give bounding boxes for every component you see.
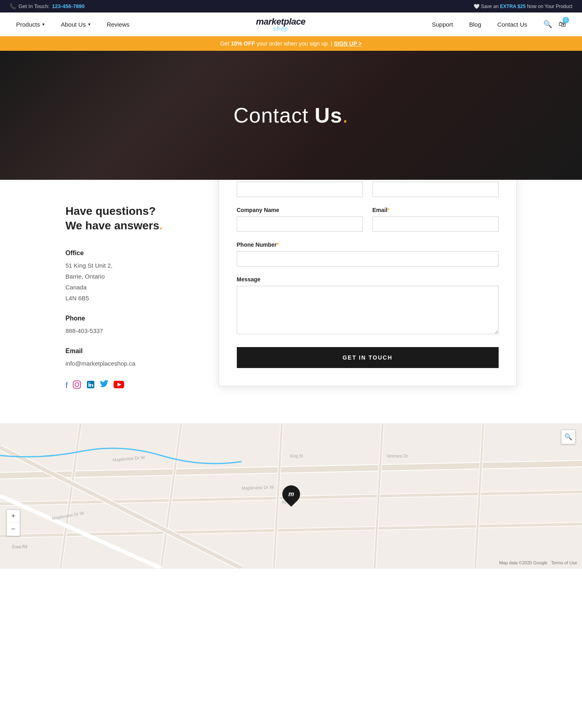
nav-products[interactable]: Products ▾ xyxy=(16,21,45,28)
headline-line2-strong: have answers xyxy=(85,219,159,232)
svg-text:Essa Rd: Essa Rd xyxy=(12,545,27,549)
nav-about[interactable]: About Us ▾ xyxy=(61,21,91,28)
headline-line2-pre: We xyxy=(66,219,85,232)
map-zoom-in-button[interactable]: + xyxy=(7,510,20,523)
map-zoom-controls: + − xyxy=(6,510,20,536)
signup-link[interactable]: SIGN UP > xyxy=(334,40,362,47)
youtube-icon[interactable] xyxy=(114,380,124,391)
contact-form: First Name* Last Name* Company Name xyxy=(219,156,517,386)
map-background: Mapleview Dr W Mapleview Dr W Mapleview … xyxy=(0,423,582,568)
hero-title-strong: Us xyxy=(315,104,342,127)
email-form-label: Email* xyxy=(373,207,499,213)
office-section: Office 51 King St Unit 2, Barrie, Ontari… xyxy=(66,250,195,304)
promo-extra: EXTRA $25 xyxy=(500,4,526,9)
about-chevron-icon: ▾ xyxy=(88,22,91,27)
nav-blog[interactable]: Blog xyxy=(469,21,481,28)
phone-label: Phone xyxy=(66,315,195,322)
email-group: Email* xyxy=(373,207,499,232)
top-bar-right: 🤍 Save an EXTRA $25 Now on Your Product xyxy=(474,4,572,9)
phone-icon: 📞 xyxy=(10,3,16,9)
form-row-message: Message xyxy=(237,276,499,334)
footer-divider xyxy=(0,568,582,569)
svg-point-2 xyxy=(79,382,79,383)
info-headline: Have questions? We have answers. xyxy=(66,204,195,233)
hero-title: Contact Us. xyxy=(234,103,349,127)
submit-button[interactable]: GET IN TOUCH xyxy=(237,347,499,368)
hero-title-dot: . xyxy=(342,104,348,127)
form-row-phone: Phone Number* xyxy=(237,241,499,266)
nav-reviews[interactable]: Reviews xyxy=(107,21,130,28)
company-name-label: Company Name xyxy=(237,207,363,213)
map-section: Mapleview Dr W Mapleview Dr W Mapleview … xyxy=(0,423,582,568)
phone-form-label: Phone Number* xyxy=(237,241,499,248)
cart-icon[interactable]: 🛍 0 xyxy=(559,20,566,29)
map-attribution: Map data ©2020 Google Terms of Use xyxy=(499,560,577,565)
svg-text:Veterans Dr: Veterans Dr xyxy=(387,454,408,458)
nav-icons: 🔍 🛍 0 xyxy=(543,20,566,29)
promo-bar: Get 10% OFF your order when you sign up.… xyxy=(0,36,582,51)
cart-count-badge: 0 xyxy=(563,17,569,23)
top-bar-left: 📞 Get In Touch: 123-456-7890 xyxy=(10,3,85,9)
message-group: Message xyxy=(237,276,499,334)
message-textarea[interactable] xyxy=(237,286,499,334)
promo-post: Now on Your Product xyxy=(527,4,572,9)
svg-rect-4 xyxy=(89,384,90,387)
promo-pre: Save an xyxy=(481,4,500,9)
promo-text-post: your order when you sign up. | xyxy=(257,40,334,47)
message-label: Message xyxy=(237,276,499,283)
promo-discount: 10% OFF xyxy=(231,40,255,47)
info-panel: Have questions? We have answers. Office … xyxy=(66,204,195,391)
headline-dot: . xyxy=(159,219,162,232)
map-search-icon: 🔍 xyxy=(564,433,572,441)
phone-input[interactable] xyxy=(237,251,499,266)
phone-section: Phone 888-403-5337 xyxy=(66,315,195,336)
map-data-text: Map data ©2020 Google xyxy=(499,560,547,565)
hero-section: Contact Us. xyxy=(0,51,582,180)
email-required: * xyxy=(387,207,389,213)
map-marker-letter: m xyxy=(288,491,294,498)
map-marker: m xyxy=(282,485,300,503)
twitter-icon[interactable] xyxy=(100,380,109,391)
social-icons: f xyxy=(66,380,195,391)
get-in-touch-label: Get In Touch: xyxy=(19,3,50,9)
site-logo[interactable]: marketplace shop xyxy=(256,17,305,32)
office-label: Office xyxy=(66,250,195,257)
promo-text-pre: Get xyxy=(220,40,231,47)
phone-number[interactable]: 888-403-5337 xyxy=(66,325,195,336)
phone-required: * xyxy=(277,241,279,248)
navbar: Products ▾ About Us ▾ Reviews marketplac… xyxy=(0,12,582,36)
products-chevron-icon: ▾ xyxy=(42,22,45,27)
email-section: Email info@marketplaceshop.ca xyxy=(66,347,195,369)
facebook-icon[interactable]: f xyxy=(66,381,68,390)
phone-group: Phone Number* xyxy=(237,241,499,266)
svg-text:King St: King St xyxy=(290,454,303,458)
nav-left: Products ▾ About Us ▾ Reviews xyxy=(16,21,130,28)
nav-right: Support Blog Contact Us 🔍 🛍 0 xyxy=(432,20,566,29)
map-search-button[interactable]: 🔍 xyxy=(561,430,576,444)
last-name-input[interactable] xyxy=(373,182,499,197)
first-name-input[interactable] xyxy=(237,182,363,197)
top-bar: 📞 Get In Touch: 123-456-7890 🤍 Save an E… xyxy=(0,0,582,12)
company-name-group: Company Name xyxy=(237,207,363,232)
svg-rect-0 xyxy=(73,381,81,388)
instagram-icon[interactable] xyxy=(72,380,81,391)
headline-line1: Have questions? xyxy=(66,205,156,217)
main-content: Have questions? We have answers. Office … xyxy=(50,180,533,423)
search-icon[interactable]: 🔍 xyxy=(543,20,552,29)
top-phone-number[interactable]: 123-456-7890 xyxy=(52,3,85,9)
terms-of-use-link[interactable]: Terms of Use xyxy=(551,560,577,565)
nav-support[interactable]: Support xyxy=(432,21,453,28)
office-address: 51 King St Unit 2, Barrie, Ontario Canad… xyxy=(66,260,195,304)
map-marker-pin: m xyxy=(278,482,303,507)
nav-contact[interactable]: Contact Us xyxy=(497,21,527,28)
form-row-company-email: Company Name Email* xyxy=(237,207,499,232)
svg-point-1 xyxy=(75,383,79,386)
linkedin-icon[interactable] xyxy=(86,380,95,391)
email-address[interactable]: info@marketplaceshop.ca xyxy=(66,358,195,369)
email-input[interactable] xyxy=(373,216,499,232)
company-name-input[interactable] xyxy=(237,216,363,232)
svg-point-5 xyxy=(89,382,90,383)
map-zoom-out-button[interactable]: − xyxy=(7,523,20,536)
hero-title-pre: Contact xyxy=(234,104,315,127)
email-label: Email xyxy=(66,347,195,355)
